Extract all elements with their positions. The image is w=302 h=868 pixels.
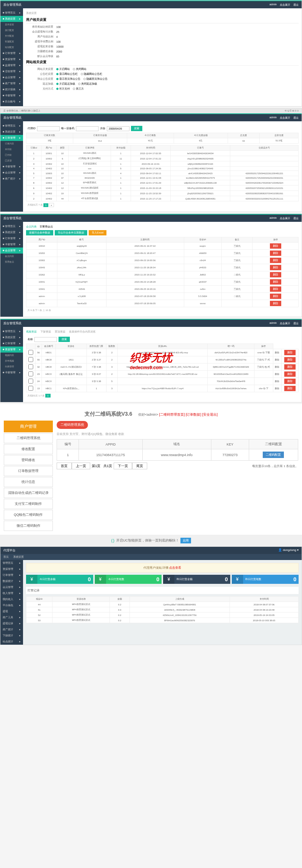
name-input[interactable] bbox=[34, 337, 57, 342]
alert-link[interactable]: 点击查看 bbox=[169, 566, 181, 569]
qr-nav-item[interactable]: 订单数据管理 bbox=[4, 466, 53, 476]
menu-toggle[interactable]: 点击展开 bbox=[280, 116, 290, 120]
qr-nav-item[interactable]: 统计信息 bbox=[4, 477, 53, 487]
radio-option[interactable]: 隐藏首页弹出公告 bbox=[83, 77, 108, 81]
sidebar-item[interactable]: 提现记录▸ bbox=[0, 620, 23, 627]
sidebar-item[interactable]: ■ 推广管理▸ bbox=[0, 80, 23, 87]
delete-button[interactable]: 删除 bbox=[270, 294, 281, 299]
logout-link[interactable]: 退出 bbox=[293, 3, 299, 7]
sidebar-item[interactable]: ■ 推广统计▸ bbox=[0, 176, 23, 182]
pager-button[interactable]: 上一页 bbox=[72, 463, 90, 469]
enable-button[interactable]: 启用 bbox=[180, 538, 191, 543]
delete-button[interactable]: 删除 bbox=[270, 265, 281, 270]
pager-button[interactable]: 首页 bbox=[57, 463, 72, 469]
tab[interactable]: 批量操作符合内容浏览 bbox=[69, 330, 96, 333]
agent-id-input[interactable] bbox=[37, 126, 60, 131]
action-button[interactable]: 搜索符合条件数据 bbox=[26, 230, 53, 235]
tab[interactable]: 置顶资源 bbox=[55, 330, 65, 333]
sidebar-item[interactable]: 会员管理▸ bbox=[0, 584, 23, 590]
nav-item[interactable]: 首页 bbox=[3, 555, 9, 559]
radio-option[interactable]: 开启网站 bbox=[56, 67, 70, 71]
sidebar-sub-item[interactable]: 接口配置 bbox=[0, 28, 23, 33]
qr-nav-item[interactable]: 微信二维码制作 bbox=[4, 521, 53, 531]
header-link[interactable]: [订单数据] bbox=[186, 413, 201, 416]
row-checkbox[interactable] bbox=[28, 379, 33, 384]
radio-option[interactable]: 开启延迟加载 bbox=[56, 82, 75, 86]
delete-button[interactable]: 删除 bbox=[270, 251, 281, 256]
menu-toggle[interactable]: 点击展开 bbox=[280, 322, 290, 325]
radio-option[interactable]: 显示首页弹出公告 bbox=[56, 77, 80, 81]
sidebar-item[interactable]: ■ 订单管理▸ bbox=[0, 340, 23, 347]
menu-toggle[interactable]: 点击展开 bbox=[280, 3, 290, 7]
radio-option[interactable]: 关闭网站 bbox=[73, 67, 86, 71]
sidebar-item[interactable]: ■ 卡密管理▸ bbox=[0, 164, 23, 170]
qr-nav-item[interactable]: QQ钱包二维码制作 bbox=[4, 510, 53, 520]
sidebar-sub-item[interactable]: 短信配置 bbox=[0, 45, 23, 50]
qr-nav-item[interactable]: 清除自动生成的二维码记录 bbox=[4, 488, 53, 498]
sidebar-item[interactable]: 资源管理▸ bbox=[0, 566, 23, 572]
sidebar-sub-item[interactable]: 未付款 bbox=[0, 147, 23, 152]
sidebar-sub-item[interactable]: 禁用会员 bbox=[0, 259, 23, 265]
nav-item[interactable]: 系统设置 bbox=[13, 555, 24, 559]
radio-option[interactable]: 显示网站公告栏 bbox=[56, 72, 78, 76]
sidebar-item[interactable]: 下级统计▸ bbox=[0, 633, 23, 639]
radio-option[interactable]: 隐藏网站公告栏 bbox=[81, 72, 102, 76]
page-next[interactable]: ▸ bbox=[49, 203, 54, 207]
logout-link[interactable]: 退出 bbox=[293, 322, 299, 325]
pager-button[interactable]: 下一页 bbox=[114, 463, 132, 469]
qr-nav-item[interactable]: 支付宝二维码制作 bbox=[4, 499, 53, 509]
sidebar-item[interactable]: ■ 会员管理▸ bbox=[0, 248, 23, 254]
sidebar-sub-item[interactable]: 发布视频 bbox=[0, 358, 23, 364]
sidebar-item[interactable]: ■ 订单管理▸ bbox=[0, 50, 23, 56]
delete-button[interactable]: 删除 bbox=[284, 357, 296, 362]
sidebar-item[interactable]: 收入管理▸ bbox=[0, 590, 23, 596]
sidebar-item[interactable]: ■ 订单管理▸ bbox=[0, 235, 23, 241]
sidebar-item[interactable]: ■ 资源管理▸ bbox=[0, 56, 23, 62]
tab[interactable]: 视频资源 bbox=[26, 330, 37, 333]
sidebar-sub-item[interactable]: 已付款 bbox=[0, 152, 23, 158]
sidebar-item[interactable]: ■ 资源管理▸ bbox=[0, 347, 23, 353]
sidebar-item[interactable]: ■ 系统设置▸ bbox=[0, 334, 23, 340]
header-link[interactable]: [安全退出] bbox=[202, 413, 217, 416]
sidebar-sub-item[interactable]: 订单列表 bbox=[0, 141, 23, 147]
sidebar-item[interactable]: ■ 订单管理▸ bbox=[0, 135, 23, 141]
sidebar-item[interactable]: ■ 会员管理▸ bbox=[0, 74, 23, 80]
tab[interactable]: 会员列表 bbox=[26, 225, 37, 228]
page-1[interactable]: 1 bbox=[45, 394, 50, 398]
menu-toggle[interactable]: 点击展开 bbox=[280, 217, 290, 220]
delete-button[interactable]: 删除 bbox=[284, 364, 296, 370]
sidebar-item[interactable]: 提现▸ bbox=[0, 608, 23, 614]
sidebar-item[interactable]: ■ 管理首页▸ bbox=[0, 328, 23, 334]
delete-button[interactable]: 删除 bbox=[270, 286, 281, 292]
sidebar-item[interactable]: 站点统计▸ bbox=[0, 639, 23, 645]
date-input[interactable] bbox=[107, 126, 129, 131]
sidebar-item[interactable]: ■ 管理首页▸ bbox=[0, 123, 23, 129]
sidebar-item[interactable]: ■ 活动管理▸ bbox=[0, 68, 23, 74]
config-button[interactable]: 二维码配置 bbox=[263, 452, 284, 458]
sidebar-item[interactable]: ■ 卡密管理▸ bbox=[0, 370, 23, 376]
delete-button[interactable]: 删除 bbox=[284, 379, 296, 384]
delete-button[interactable]: 删除 bbox=[284, 371, 296, 377]
sidebar-item[interactable]: 我的收入▸ bbox=[0, 596, 23, 602]
sidebar-item[interactable]: ■ 系统设置▸ bbox=[0, 229, 23, 235]
delete-button[interactable]: 删除 bbox=[270, 301, 281, 306]
logout-link[interactable]: 退出 bbox=[293, 116, 299, 120]
search-button[interactable]: 搜索 bbox=[59, 337, 70, 342]
tab[interactable]: 下架资源 bbox=[40, 330, 51, 333]
sidebar-item[interactable]: 推广工具▸ bbox=[0, 614, 23, 620]
sidebar-item[interactable]: ■ 后台账号▸ bbox=[0, 99, 23, 105]
sidebar-sub-item[interactable]: 已发货 bbox=[0, 158, 23, 164]
action-button[interactable]: 导入Excel bbox=[89, 230, 106, 235]
radio-option[interactable]: 官方支付 bbox=[56, 87, 70, 91]
sidebar-sub-item[interactable]: 分类管理 bbox=[0, 364, 23, 370]
sidebar-item[interactable]: ■ 系统设置▸ bbox=[0, 16, 23, 22]
device-input[interactable] bbox=[76, 126, 99, 131]
qr-nav-item[interactable]: 密码修改 bbox=[4, 455, 53, 465]
delete-button[interactable]: 删除 bbox=[284, 386, 296, 391]
sidebar-sub-item[interactable]: 支付配置 bbox=[0, 33, 23, 39]
radio-option[interactable]: 关闭延迟加载 bbox=[78, 82, 97, 86]
row-checkbox[interactable] bbox=[28, 371, 33, 376]
row-checkbox[interactable] bbox=[28, 350, 33, 355]
sidebar-item[interactable]: 推广统计▸ bbox=[0, 627, 23, 633]
search-button[interactable]: 搜索 bbox=[131, 126, 142, 131]
